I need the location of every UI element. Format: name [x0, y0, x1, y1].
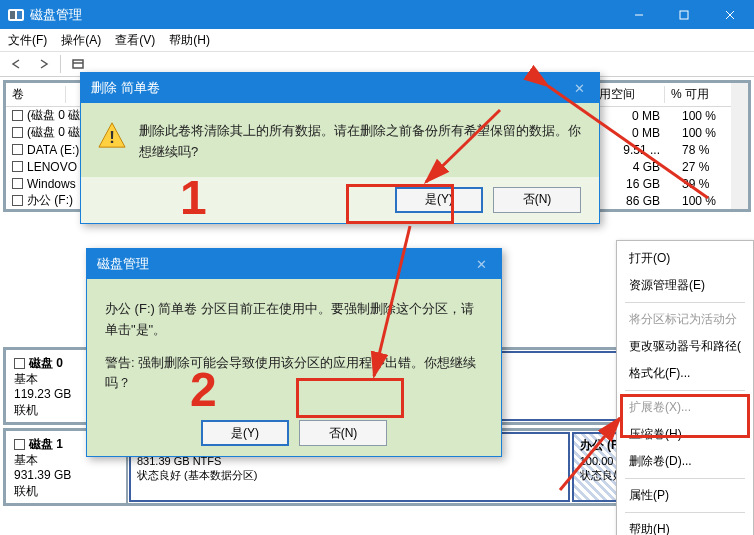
dialog-message-2: 警告: 强制删除可能会导致使用该分区的应用程序出错。你想继续吗？ — [105, 353, 483, 395]
svg-text:!: ! — [109, 128, 115, 147]
scrollbar[interactable] — [731, 83, 748, 209]
ctx-extend: 扩展卷(X)... — [617, 394, 753, 421]
dialog-message-1: 办公 (F:) 简单卷 分区目前正在使用中。要强制删除这个分区，请单击"是"。 — [105, 299, 483, 341]
svg-rect-4 — [73, 60, 83, 68]
forward-button[interactable] — [32, 54, 54, 74]
dialog-close-icon[interactable]: ✕ — [559, 81, 599, 96]
titlebar: 磁盘管理 — [0, 0, 754, 29]
ctx-help[interactable]: 帮助(H) — [617, 516, 753, 535]
col-volume[interactable]: 卷 — [6, 86, 66, 103]
col-space[interactable]: 用空间 — [593, 86, 665, 103]
menubar: 文件(F) 操作(A) 查看(V) 帮助(H) — [0, 29, 754, 51]
back-button[interactable] — [6, 54, 28, 74]
col-pct[interactable]: % 可用 — [665, 86, 731, 103]
disk-mgmt-dialog: 磁盘管理 ✕ 办公 (F:) 简单卷 分区目前正在使用中。要强制删除这个分区，请… — [86, 248, 502, 457]
ctx-shrink[interactable]: 压缩卷(H)... — [617, 421, 753, 448]
ctx-delete[interactable]: 删除卷(D)... — [617, 448, 753, 475]
warning-icon: ! — [97, 121, 127, 149]
menu-file[interactable]: 文件(F) — [8, 32, 47, 49]
menu-help[interactable]: 帮助(H) — [169, 32, 210, 49]
ctx-explorer[interactable]: 资源管理器(E) — [617, 272, 753, 299]
yes-button[interactable]: 是(Y) — [201, 420, 289, 446]
ctx-format[interactable]: 格式化(F)... — [617, 360, 753, 387]
yes-button[interactable]: 是(Y) — [395, 187, 483, 213]
ctx-change-drive[interactable]: 更改驱动器号和路径( — [617, 333, 753, 360]
dialog-title: 删除 简单卷 — [91, 79, 160, 97]
ctx-mark-active: 将分区标记为活动分 — [617, 306, 753, 333]
no-button[interactable]: 否(N) — [299, 420, 387, 446]
volume-context-menu: 打开(O) 资源管理器(E) 将分区标记为活动分 更改驱动器号和路径( 格式化(… — [616, 240, 754, 535]
disk-mgmt-icon — [8, 9, 24, 21]
close-button[interactable] — [706, 0, 754, 29]
minimize-button[interactable] — [616, 0, 661, 29]
menu-view[interactable]: 查看(V) — [115, 32, 155, 49]
dialog-title: 磁盘管理 — [97, 255, 149, 273]
menu-action[interactable]: 操作(A) — [61, 32, 101, 49]
ctx-open[interactable]: 打开(O) — [617, 245, 753, 272]
views-button[interactable] — [67, 54, 89, 74]
dialog-message: 删除此卷将清除其上的所有数据。请在删除之前备份所有希望保留的数据。你想继续吗? — [139, 121, 583, 163]
ctx-properties[interactable]: 属性(P) — [617, 482, 753, 509]
dialog-close-icon[interactable]: ✕ — [461, 257, 501, 272]
maximize-button[interactable] — [661, 0, 706, 29]
delete-volume-dialog: 删除 简单卷 ✕ ! 删除此卷将清除其上的所有数据。请在删除之前备份所有希望保留… — [80, 72, 600, 224]
window-title: 磁盘管理 — [30, 6, 616, 24]
svg-rect-1 — [680, 11, 688, 19]
no-button[interactable]: 否(N) — [493, 187, 581, 213]
